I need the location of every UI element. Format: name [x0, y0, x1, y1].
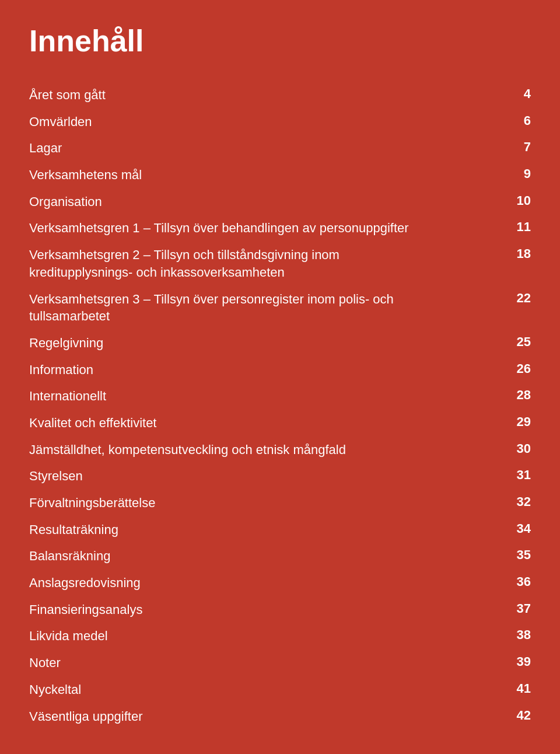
- toc-page-resultatrakning: 34: [456, 516, 531, 543]
- toc-label-verksamhetsgren-2: Verksamhetsgren 2 – Tillsyn och tillstån…: [29, 242, 456, 285]
- toc-row-nyckeltal: Nyckeltal41: [29, 676, 531, 703]
- toc-page-kvalitet-och-effektivitet: 29: [456, 410, 531, 437]
- toc-label-anslagsredovisning: Anslagsredovisning: [29, 570, 456, 596]
- toc-page-regelgivning: 25: [456, 330, 531, 357]
- toc-page-vasentliga-uppgifter: 42: [456, 703, 531, 730]
- page-title: Innehåll: [29, 23, 531, 58]
- toc-row-styrelsen: Styrelsen31: [29, 463, 531, 490]
- toc-row-verksamhetsgren-3: Verksamhetsgren 3 – Tillsyn över personr…: [29, 286, 531, 330]
- toc-label-omvarlden: Omvärlden: [29, 109, 456, 135]
- toc-row-verksamhetsgren-2: Verksamhetsgren 2 – Tillsyn och tillstån…: [29, 242, 531, 285]
- toc-page-noter: 39: [456, 650, 531, 676]
- toc-page-balansrakning: 35: [456, 543, 531, 570]
- toc-row-noter: Noter39: [29, 650, 531, 676]
- toc-label-aret-som-gatt: Året som gått: [29, 82, 456, 109]
- toc-label-internationellt: Internationellt: [29, 383, 456, 410]
- toc-label-organisation: Organisation: [29, 188, 456, 215]
- toc-row-finansieringsanalys: Finansieringsanalys37: [29, 596, 531, 623]
- toc-page-verksamhetens-mal: 9: [456, 162, 531, 188]
- toc-page-information: 26: [456, 357, 531, 383]
- toc-page-anslagsredovisning: 36: [456, 570, 531, 596]
- toc-label-information: Information: [29, 357, 456, 383]
- toc-label-resultatrakning: Resultaträkning: [29, 516, 456, 543]
- toc-page-verksamhetsgren-3: 22: [456, 286, 531, 330]
- toc-label-verksamhetsgren-1: Verksamhetsgren 1 – Tillsyn över behandl…: [29, 215, 456, 242]
- toc-row-kvalitet-och-effektivitet: Kvalitet och effektivitet29: [29, 410, 531, 437]
- toc-label-styrelsen: Styrelsen: [29, 463, 456, 490]
- toc-page-forvaltningsberattelse: 32: [456, 490, 531, 516]
- toc-row-anslagsredovisning: Anslagsredovisning36: [29, 570, 531, 596]
- toc-row-lagar: Lagar7: [29, 135, 531, 162]
- toc-row-aret-som-gatt: Året som gått4: [29, 82, 531, 109]
- toc-label-lagar: Lagar: [29, 135, 456, 162]
- toc-page-finansieringsanalys: 37: [456, 596, 531, 623]
- toc-page-jamstalldhet: 30: [456, 437, 531, 463]
- toc-label-kvalitet-och-effektivitet: Kvalitet och effektivitet: [29, 410, 456, 437]
- toc-page-omvarlden: 6: [456, 109, 531, 135]
- toc-label-jamstalldhet: Jämställdhet, kompetensutveckling och et…: [29, 437, 456, 463]
- toc-row-resultatrakning: Resultaträkning34: [29, 516, 531, 543]
- toc-row-information: Information26: [29, 357, 531, 383]
- toc-page-aret-som-gatt: 4: [456, 82, 531, 109]
- toc-page-verksamhetsgren-2: 18: [456, 242, 531, 285]
- toc-page-nyckeltal: 41: [456, 676, 531, 703]
- toc-row-organisation: Organisation10: [29, 188, 531, 215]
- toc-page-lagar: 7: [456, 135, 531, 162]
- toc-page-organisation: 10: [456, 188, 531, 215]
- toc-label-regelgivning: Regelgivning: [29, 330, 456, 357]
- toc-page-internationellt: 28: [456, 383, 531, 410]
- toc-row-balansrakning: Balansräkning35: [29, 543, 531, 570]
- toc-row-verksamhetens-mal: Verksamhetens mål9: [29, 162, 531, 188]
- toc-row-regelgivning: Regelgivning25: [29, 330, 531, 357]
- toc-page-verksamhetsgren-1: 11: [456, 215, 531, 242]
- toc-row-vasentliga-uppgifter: Väsentliga uppgifter42: [29, 703, 531, 730]
- toc-label-finansieringsanalys: Finansieringsanalys: [29, 596, 456, 623]
- toc-label-vasentliga-uppgifter: Väsentliga uppgifter: [29, 703, 456, 730]
- toc-row-omvarlden: Omvärlden6: [29, 109, 531, 135]
- toc-row-internationellt: Internationellt28: [29, 383, 531, 410]
- toc-label-verksamhetsgren-3: Verksamhetsgren 3 – Tillsyn över personr…: [29, 286, 456, 330]
- toc-row-jamstalldhet: Jämställdhet, kompetensutveckling och et…: [29, 437, 531, 463]
- toc-label-balansrakning: Balansräkning: [29, 543, 456, 570]
- toc-row-likvida-medel: Likvida medel38: [29, 623, 531, 650]
- toc-row-verksamhetsgren-1: Verksamhetsgren 1 – Tillsyn över behandl…: [29, 215, 531, 242]
- toc-label-forvaltningsberattelse: Förvaltningsberättelse: [29, 490, 456, 516]
- toc-label-noter: Noter: [29, 650, 456, 676]
- toc-label-likvida-medel: Likvida medel: [29, 623, 456, 650]
- toc-label-nyckeltal: Nyckeltal: [29, 676, 456, 703]
- toc-row-forvaltningsberattelse: Förvaltningsberättelse32: [29, 490, 531, 516]
- toc-page-likvida-medel: 38: [456, 623, 531, 650]
- toc-table: Året som gått4Omvärlden6Lagar7Verksamhet…: [29, 82, 531, 729]
- toc-page-styrelsen: 31: [456, 463, 531, 490]
- toc-label-verksamhetens-mal: Verksamhetens mål: [29, 162, 456, 188]
